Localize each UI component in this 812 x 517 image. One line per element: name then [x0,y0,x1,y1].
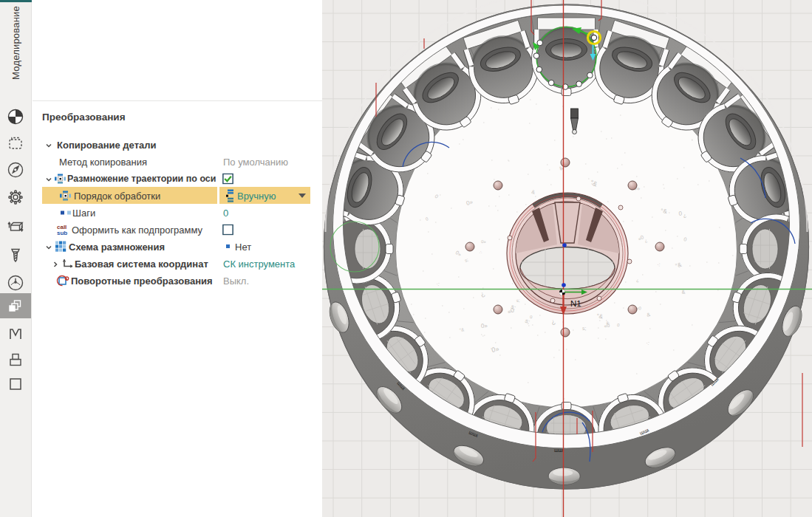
svg-text:s;: s; [516,298,521,303]
svg-text:N1: N1 [570,299,581,308]
svg-text:шшɩ: шшɩ [554,448,564,453]
svg-text:°&: °& [459,327,464,332]
svg-text:«0: «0 [604,323,610,329]
svg-text:0»: 0» [481,239,487,244]
svg-text:sub: sub [57,230,67,236]
svg-text:°&: °& [661,208,668,215]
svg-text:0»: 0» [491,345,499,354]
svg-text:0»: 0» [481,323,488,329]
svg-text:s;: s; [582,326,587,331]
